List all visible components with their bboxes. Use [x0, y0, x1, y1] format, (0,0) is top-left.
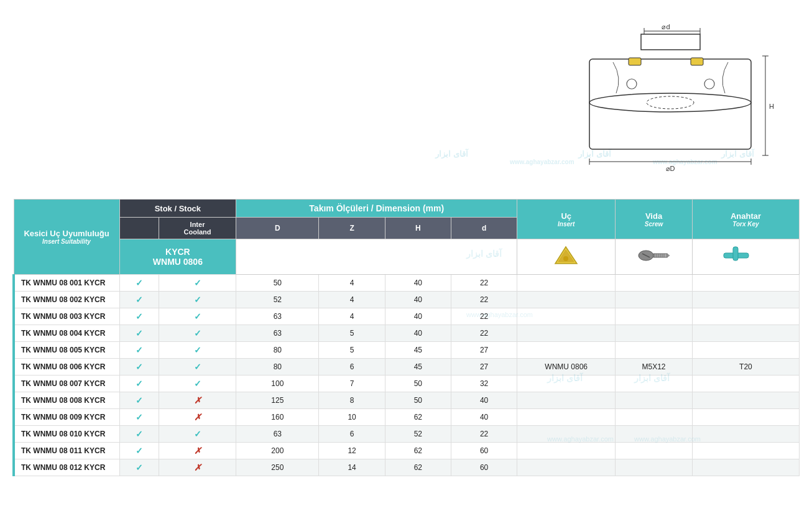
table-row: TK WNMU 08 007 KYCR✓✓10075032: [14, 375, 800, 392]
cell-insert: [517, 308, 616, 325]
cell-screw: [616, 426, 693, 443]
check-icon: ✓: [136, 463, 143, 472]
cell-d: 22: [451, 426, 517, 443]
cell-product-name: TK WNMU 08 001 KYCR: [14, 275, 119, 292]
th-H: H: [385, 218, 451, 239]
cell-screw: [616, 409, 693, 426]
cell-inter-coolant: ✓: [159, 342, 236, 359]
cell-D: 50: [236, 275, 319, 292]
cell-d: 40: [451, 409, 517, 426]
check-icon: ✓: [136, 345, 143, 355]
table-row: TK WNMU 08 008 KYCR✓✗12585040: [14, 392, 800, 409]
cell-key: [692, 392, 799, 409]
th-insert-suitability: Kesici Uç Uyumluluğu Insert Suitability: [14, 200, 119, 275]
cell-H: 40: [385, 275, 451, 292]
cell-Z: 12: [319, 443, 385, 459]
cell-product-name: TK WNMU 08 012 KYCR: [14, 459, 119, 476]
cell-screw: [616, 292, 693, 308]
svg-rect-10: [589, 59, 751, 149]
cell-stock: ✓: [119, 359, 159, 375]
cell-product-name: TK WNMU 08 007 KYCR: [14, 375, 119, 392]
cell-screw: [616, 375, 693, 392]
cell-H: 62: [385, 409, 451, 426]
check-icon: ✓: [136, 379, 143, 389]
cross-icon: ✗: [194, 412, 201, 422]
cell-insert: [517, 392, 616, 409]
check-icon: ✓: [136, 395, 143, 405]
check-icon: ✓: [194, 295, 201, 305]
cell-product-name: TK WNMU 08 009 KYCR: [14, 409, 119, 426]
insert-icon: [549, 242, 583, 270]
svg-text:H: H: [769, 103, 774, 110]
svg-rect-13: [691, 58, 703, 65]
cell-key: [692, 459, 799, 476]
th-vida: Vida Screw: [616, 200, 693, 239]
th-d: d: [451, 218, 517, 239]
cell-screw: [616, 308, 693, 325]
cell-key: [692, 409, 799, 426]
cell-key: [692, 275, 799, 292]
cell-stock: ✓: [119, 308, 159, 325]
cell-insert: [517, 443, 616, 459]
cell-H: 62: [385, 459, 451, 476]
cell-Z: 6: [319, 426, 385, 443]
cell-H: 40: [385, 325, 451, 342]
cell-stock: ✓: [119, 292, 159, 308]
th-stock-main: [119, 218, 159, 239]
th-D: D: [236, 218, 319, 239]
check-icon: ✓: [136, 429, 143, 439]
cell-key: [692, 292, 799, 308]
cell-Z: 5: [319, 342, 385, 359]
cell-stock: ✓: [119, 459, 159, 476]
table-row: TK WNMU 08 003 KYCR✓✓6344022: [14, 308, 800, 325]
cell-H: 45: [385, 342, 451, 359]
cell-d: 22: [451, 275, 517, 292]
cell-screw: [616, 275, 693, 292]
cell-d: 22: [451, 325, 517, 342]
cell-Z: 4: [319, 292, 385, 308]
check-icon: ✓: [136, 295, 143, 305]
th-stock: Stok / Stock: [119, 200, 236, 218]
th-screw-img: [616, 239, 693, 275]
cell-Z: 10: [319, 409, 385, 426]
table-row: TK WNMU 08 004 KYCR✓✓6354022: [14, 325, 800, 342]
svg-rect-8: [641, 34, 700, 50]
drawing-svg: ⌀d H ⌀D: [576, 22, 775, 177]
svg-point-11: [647, 96, 694, 109]
cell-H: 50: [385, 375, 451, 392]
svg-point-22: [563, 256, 568, 261]
cell-product-name: TK WNMU 08 006 KYCR: [14, 359, 119, 375]
cell-product-name: TK WNMU 08 003 KYCR: [14, 308, 119, 325]
table-row: TK WNMU 08 001 KYCR✓✓5044022: [14, 275, 800, 292]
table-row: TK WNMU 08 012 KYCR✓✗250146260: [14, 459, 800, 476]
svg-marker-32: [667, 254, 670, 257]
cell-d: 22: [451, 308, 517, 325]
watermark-2: www.aghayabzar.com: [510, 159, 574, 165]
cell-inter-coolant: ✗: [159, 443, 236, 459]
table-row: TK WNMU 08 002 KYCR✓✓5244022: [14, 292, 800, 308]
insert-suitability-sub-label: Insert Suitability: [19, 238, 114, 245]
cell-D: 63: [236, 325, 319, 342]
cell-insert: [517, 409, 616, 426]
cell-inter-coolant: ✓: [159, 375, 236, 392]
cell-d: 60: [451, 443, 517, 459]
cell-D: 80: [236, 342, 319, 359]
cell-insert: [517, 275, 616, 292]
cell-D: 52: [236, 292, 319, 308]
cell-key: T20: [692, 359, 799, 375]
th-key-img: [692, 239, 799, 275]
table-row: TK WNMU 08 006 KYCR✓✓8064527WNMU 0806M5X…: [14, 359, 800, 375]
top-section: آقای ابزار www.aghayabzar.com آقای ابزار…: [0, 0, 812, 193]
key-icon: [721, 242, 770, 270]
cell-inter-coolant: ✓: [159, 325, 236, 342]
check-icon: ✓: [194, 379, 201, 389]
cell-inter-coolant: ✓: [159, 292, 236, 308]
svg-rect-34: [733, 247, 738, 260]
cell-insert: WNMU 0806: [517, 359, 616, 375]
cell-insert: [517, 375, 616, 392]
cell-insert: [517, 325, 616, 342]
cell-key: [692, 342, 799, 359]
cell-Z: 8: [319, 392, 385, 409]
cell-stock: ✓: [119, 275, 159, 292]
cell-H: 52: [385, 426, 451, 443]
